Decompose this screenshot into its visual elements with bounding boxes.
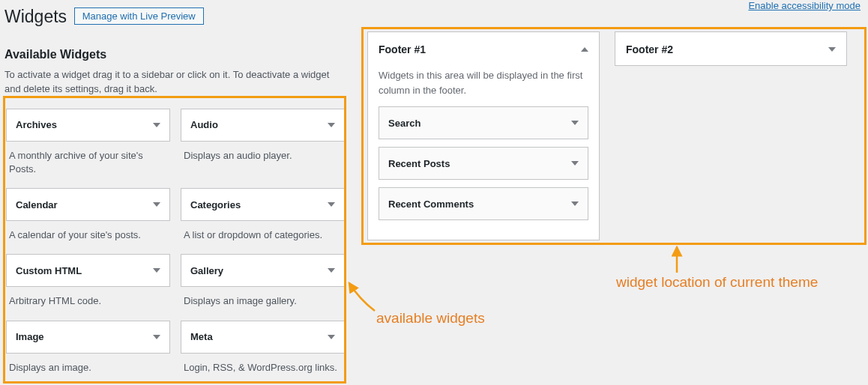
widget-item: ImageDisplays an image. bbox=[6, 321, 170, 379]
footer-widget-item[interactable]: Recent Posts bbox=[379, 147, 588, 180]
widget-description: A monthly archive of your site's Posts. bbox=[6, 142, 170, 181]
footer-1-title: Footer #1 bbox=[379, 43, 426, 55]
widget-item: Custom HTMLArbitrary HTML code. bbox=[6, 254, 170, 312]
caret-down-icon bbox=[153, 123, 160, 127]
page-title: Widgets bbox=[4, 6, 67, 28]
footer-widget-item[interactable]: Search bbox=[379, 106, 588, 139]
widget-head[interactable]: Audio bbox=[181, 109, 345, 142]
available-widgets-heading: Available Widgets bbox=[4, 48, 346, 61]
caret-down-icon bbox=[328, 123, 335, 127]
widget-item: ArchivesA monthly archive of your site's… bbox=[6, 109, 170, 181]
widget-name: Gallery bbox=[190, 265, 223, 276]
caret-down-icon bbox=[328, 202, 335, 207]
footer-2-title: Footer #2 bbox=[626, 43, 673, 55]
widget-item: MetaLogin, RSS, & WordPress.org links. bbox=[181, 321, 345, 379]
widget-description: A calendar of your site's posts. bbox=[6, 221, 170, 246]
footer-widget-name: Recent Posts bbox=[388, 158, 450, 169]
arrow-1-icon bbox=[345, 277, 382, 315]
widget-name: Custom HTML bbox=[16, 265, 82, 276]
footer-2-header[interactable]: Footer #2 bbox=[615, 32, 846, 67]
widget-head[interactable]: Calendar bbox=[6, 188, 170, 221]
footer-widget-name: Search bbox=[388, 118, 421, 129]
widget-head[interactable]: Custom HTML bbox=[6, 254, 170, 287]
caret-down-icon bbox=[571, 121, 579, 125]
caret-down-icon bbox=[328, 335, 335, 339]
footer-1-panel: Footer #1 Widgets in this area will be d… bbox=[367, 31, 600, 240]
widget-head[interactable]: Gallery bbox=[181, 254, 345, 287]
footer-2-panel: Footer #2 bbox=[615, 31, 847, 66]
widget-name: Meta bbox=[190, 331, 213, 342]
footer-widget-name: Recent Comments bbox=[388, 198, 474, 210]
widget-name: Archives bbox=[16, 119, 57, 130]
widget-item: CalendarA calendar of your site's posts. bbox=[6, 188, 170, 246]
footer-widget-item[interactable]: Recent Comments bbox=[379, 187, 588, 220]
caret-up-icon bbox=[581, 47, 588, 52]
widget-name: Calendar bbox=[16, 199, 58, 210]
widget-description: A list or dropdown of categories. bbox=[181, 221, 345, 246]
widget-description: Arbitrary HTML code. bbox=[6, 287, 170, 312]
caret-down-icon bbox=[828, 47, 836, 52]
live-preview-button[interactable]: Manage with Live Preview bbox=[74, 7, 204, 25]
annotation-widget-location: widget location of current theme bbox=[616, 274, 818, 291]
widget-head[interactable]: Archives bbox=[6, 109, 170, 142]
widget-item: GalleryDisplays an image gallery. bbox=[181, 254, 345, 312]
footer-1-header[interactable]: Footer #1 bbox=[368, 32, 599, 67]
widget-name: Audio bbox=[190, 119, 218, 130]
caret-down-icon bbox=[153, 335, 160, 339]
widget-head[interactable]: Categories bbox=[181, 188, 345, 221]
arrow-2-icon bbox=[666, 244, 688, 274]
caret-down-icon bbox=[153, 268, 160, 273]
widget-item: AudioDisplays an audio player. bbox=[181, 109, 345, 181]
footer-1-description: Widgets in this area will be displayed i… bbox=[379, 68, 588, 97]
widget-description: Login, RSS, & WordPress.org links. bbox=[181, 354, 345, 379]
accessibility-mode-link[interactable]: Enable accessibility mode bbox=[748, 0, 861, 11]
caret-down-icon bbox=[153, 202, 160, 207]
widget-name: Image bbox=[16, 331, 44, 342]
caret-down-icon bbox=[571, 161, 579, 166]
widget-head[interactable]: Meta bbox=[181, 321, 345, 354]
annotation-available-widgets: available widgets bbox=[376, 310, 485, 327]
widget-head[interactable]: Image bbox=[6, 321, 170, 354]
widget-item: CategoriesA list or dropdown of categori… bbox=[181, 188, 345, 246]
widget-description: Displays an audio player. bbox=[181, 142, 345, 167]
widget-description: Displays an image. bbox=[6, 354, 170, 379]
widget-name: Categories bbox=[190, 199, 241, 210]
available-widgets-description: To activate a widget drag it to a sideba… bbox=[4, 67, 346, 97]
caret-down-icon bbox=[571, 201, 579, 206]
caret-down-icon bbox=[328, 268, 335, 273]
widget-description: Displays an image gallery. bbox=[181, 287, 345, 312]
